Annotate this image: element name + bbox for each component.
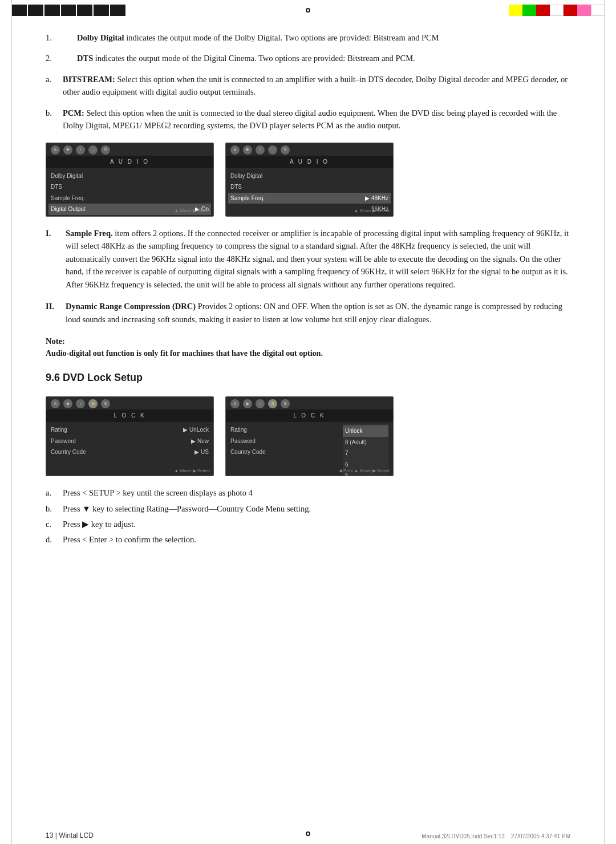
menu-icon-gear2: ⚙: [281, 145, 290, 155]
menu-footer-left: ▲ Move ▶ Select: [175, 208, 210, 214]
menu-icon-music2: ♪: [256, 145, 265, 155]
file-date: 27/07/2005 4:37:41 PM: [511, 833, 570, 839]
lock-icon-music2: ♪: [256, 399, 265, 408]
bar-seg: [11, 5, 28, 16]
bl-text-b: Press ▼ key to selecting Rating—Password…: [63, 502, 311, 515]
item-plain-1: indicates the output mode of the Dolby D…: [124, 33, 439, 42]
top-right-color-blocks: [509, 5, 605, 16]
lock-icon-film: ▶: [63, 399, 72, 408]
lock-icon-gear: ⚙: [101, 399, 110, 408]
bl-text-a: Press < SETUP > key until the screen dis…: [63, 486, 253, 499]
lock-menu-footer-left: ▲ Move ▶ Select: [175, 468, 210, 474]
right-margin-border: [604, 0, 605, 844]
lock-menu-images: A ▶ ♪ 🔒 ⚙ L O C K Rating▶ UnLock Passwor…: [46, 396, 570, 476]
page-number: 13: [46, 831, 53, 839]
bl-text-c: Press ▶ key to adjust.: [63, 518, 136, 530]
color-red2: [564, 5, 577, 16]
lock-row-rating2: Rating: [230, 424, 337, 436]
bottom-list-item-d: d. Press < Enter > to confirm the select…: [46, 533, 570, 546]
menu-icon-film2: ▶: [243, 145, 252, 155]
menu-icons-right: A ▶ ♪ □ ⚙: [230, 145, 290, 155]
menu-row-sample: Sample Freq.: [51, 193, 209, 204]
menu-row-dts: DTS: [51, 181, 209, 193]
page-content: 1. Dolby Digital indicates the output mo…: [46, 31, 570, 815]
bar-seg: [28, 5, 44, 16]
item-bold-b: PCM:: [63, 108, 84, 117]
color-pink: [577, 5, 591, 16]
bl-letter-a: a.: [46, 486, 63, 499]
lock-menu-footer-right: ◀ Prev ▲ Move ▶ Select: [339, 468, 390, 474]
numbered-item-2: 2. DTS indicates the output mode of the …: [46, 52, 570, 64]
section-96-heading: 9.6 DVD Lock Setup: [46, 370, 570, 386]
item-bold-1: Dolby Digital: [77, 33, 124, 42]
audio-menu-images: A ▶ ♪ □ ⚙ A U D I O Dolby Digital DTS Sa…: [46, 143, 570, 217]
bar-seg: [61, 5, 78, 16]
bl-letter-b: b.: [46, 502, 63, 515]
bottom-list: a. Press < SETUP > key until the screen …: [46, 486, 570, 546]
roman-plain-I: item offers 2 options. If the connected …: [66, 229, 569, 289]
item-bold-2: DTS: [77, 54, 93, 63]
color-green: [522, 5, 536, 16]
lock-row-country: Country Code▶ US: [51, 447, 209, 458]
color-yellow: [509, 5, 522, 16]
bottom-list-item-b: b. Press ▼ key to selecting Rating—Passw…: [46, 502, 570, 515]
roman-item-I: I. Sample Freq. item offers 2 options. I…: [46, 227, 570, 291]
item-text-1: Dolby Digital indicates the output mode …: [77, 31, 570, 44]
top-center-mark: [306, 8, 310, 13]
left-margin-border: [11, 0, 12, 844]
menu-icon-music: ♪: [76, 145, 85, 155]
note-label: Note:: [46, 335, 570, 347]
lock-row-country2: Country Code: [230, 447, 337, 458]
roman-label-II: II.: [46, 300, 66, 326]
bottom-list-item-c: c. Press ▶ key to adjust.: [46, 518, 570, 530]
menu-icon-photo2: □: [268, 145, 277, 155]
lock-val-7: 7: [345, 448, 386, 459]
roman-text-I: Sample Freq. item offers 2 options. If t…: [66, 227, 570, 291]
roman-text-II: Dynamic Range Compression (DRC) Provides…: [66, 300, 570, 326]
page-footer-filename: Manual 32LDVD05.indd Sec1:13 27/07/2005 …: [422, 833, 570, 839]
menu-row-dolby2: Dolby Digital: [230, 171, 388, 182]
note-section: Note: Audio-digital out function is only…: [46, 335, 570, 359]
menu-icon-film: ▶: [63, 145, 72, 155]
color-red: [536, 5, 550, 16]
lock-icon-a2: A: [230, 399, 240, 408]
lock-icon-a: A: [51, 399, 60, 408]
lock-menu-icons-right: A ▶ ♪ 🔒 ⚙: [230, 399, 290, 408]
letter-a: a.: [46, 73, 63, 99]
lock-row-password: Password▶ New: [51, 436, 209, 447]
numbered-item-1: 1. Dolby Digital indicates the output mo…: [46, 31, 570, 44]
bar-seg: [44, 5, 61, 16]
lettered-item-b: b. PCM: Select this option when the unit…: [46, 107, 570, 132]
lock-val-unlock: Unlock: [343, 425, 388, 437]
roman-bold-I: Sample Freq.: [66, 229, 113, 238]
item-text-b: PCM: Select this option when the unit is…: [63, 107, 570, 132]
audio-menu-left: A ▶ ♪ □ ⚙ A U D I O Dolby Digital DTS Sa…: [46, 143, 214, 217]
item-bold-a: BITSTREAM:: [63, 75, 115, 84]
item-number-1: 1.: [46, 31, 77, 44]
bar-seg: [77, 5, 94, 16]
color-white2: [591, 5, 605, 16]
menu-row-dolby: Dolby Digital: [51, 171, 209, 182]
bar-seg: [94, 5, 110, 16]
lock-menu-body-left: Rating▶ UnLock Password▶ New Country Cod…: [46, 422, 213, 460]
menu-row-off: Off: [51, 215, 209, 217]
color-white: [550, 5, 564, 16]
item-number-2: 2.: [46, 52, 77, 64]
lock-icon-music: ♪: [76, 399, 85, 408]
menu-icon-gear: ⚙: [101, 145, 110, 155]
bl-letter-d: d.: [46, 533, 63, 546]
item-plain-2: indicates the output mode of the Digital…: [93, 54, 415, 63]
menu-footer-right: ▲ Move ▶ Select: [354, 208, 390, 214]
lock-menu-left: A ▶ ♪ 🔒 ⚙ L O C K Rating▶ UnLock Passwor…: [46, 396, 214, 476]
lock-icon-gear2: ⚙: [281, 399, 290, 408]
roman-bold-II: Dynamic Range Compression (DRC): [66, 302, 196, 311]
menu-icon-photo: □: [88, 145, 98, 155]
item-plain-a: Select this option when the unit is conn…: [63, 75, 568, 96]
top-border: [0, 0, 616, 23]
lock-icon-lock2: 🔒: [268, 399, 277, 408]
bl-text-d: Press < Enter > to confirm the selection…: [63, 533, 196, 546]
lock-row-pass2: Password: [230, 436, 337, 447]
lock-menu-right: A ▶ ♪ 🔒 ⚙ L O C K Rating Password Countr…: [225, 396, 394, 476]
bottom-list-item-a: a. Press < SETUP > key until the screen …: [46, 486, 570, 499]
lock-val-adult: 8 (Adult): [345, 437, 386, 448]
